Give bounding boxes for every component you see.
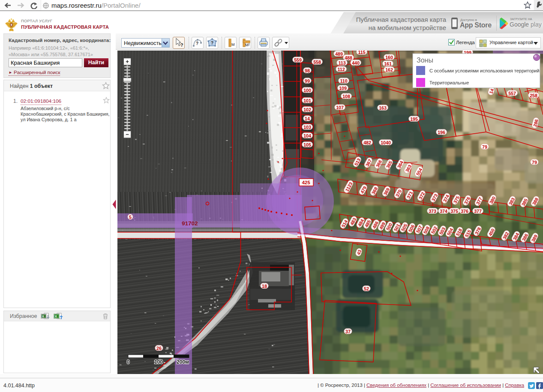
svg-text:376: 376 bbox=[461, 209, 468, 214]
svg-text:558: 558 bbox=[313, 60, 321, 65]
svg-text:196: 196 bbox=[438, 130, 445, 135]
svg-text:488: 488 bbox=[345, 55, 352, 60]
svg-text:Google play: Google play bbox=[510, 21, 542, 28]
svg-text:?: ? bbox=[196, 41, 198, 46]
svg-text:37: 37 bbox=[345, 329, 351, 334]
svg-text:557: 557 bbox=[508, 91, 516, 96]
svg-text:14: 14 bbox=[305, 116, 310, 121]
svg-text:102: 102 bbox=[303, 107, 311, 112]
svg-text:Территориальные: Территориальные bbox=[429, 80, 469, 85]
svg-text:161: 161 bbox=[384, 61, 392, 66]
svg-text:374: 374 bbox=[440, 209, 447, 214]
svg-text:489: 489 bbox=[335, 51, 343, 57]
svg-text:99: 99 bbox=[305, 78, 310, 84]
svg-text:482: 482 bbox=[363, 140, 371, 145]
svg-text:373: 373 bbox=[429, 209, 436, 214]
svg-text:98: 98 bbox=[305, 68, 310, 73]
svg-text:52: 52 bbox=[364, 286, 369, 291]
svg-text:440: 440 bbox=[352, 60, 360, 66]
svg-text:104: 104 bbox=[303, 133, 311, 138]
svg-text:559: 559 bbox=[294, 57, 302, 63]
svg-text:+: + bbox=[126, 58, 129, 65]
svg-text:110: 110 bbox=[340, 78, 347, 84]
svg-text:103: 103 bbox=[303, 125, 311, 130]
svg-text:App Store: App Store bbox=[460, 21, 492, 29]
svg-text:375: 375 bbox=[450, 209, 458, 214]
svg-text:107: 107 bbox=[336, 105, 344, 110]
svg-text:258: 258 bbox=[530, 93, 537, 98]
svg-text:163: 163 bbox=[379, 105, 387, 111]
svg-text:162: 162 bbox=[385, 67, 393, 72]
svg-text:M: M bbox=[231, 42, 235, 47]
svg-text:−: − bbox=[126, 131, 129, 138]
svg-text:100: 100 bbox=[303, 88, 311, 93]
svg-text:X: X bbox=[55, 315, 57, 318]
svg-text:?: ? bbox=[180, 42, 183, 48]
svg-text:377: 377 bbox=[474, 209, 482, 214]
svg-text:79: 79 bbox=[482, 144, 487, 150]
svg-text:18: 18 bbox=[262, 284, 267, 289]
svg-text:Зоны: Зоны bbox=[417, 57, 433, 64]
svg-text:100: 100 bbox=[154, 359, 163, 365]
svg-text:160: 160 bbox=[385, 55, 393, 60]
svg-text:С особыми условиями использова: С особыми условиями использования террит… bbox=[429, 68, 540, 73]
svg-text:?: ? bbox=[211, 41, 213, 45]
svg-text:M²: M² bbox=[245, 43, 250, 47]
svg-text:115: 115 bbox=[358, 51, 365, 55]
svg-text:0: 0 bbox=[127, 359, 130, 365]
svg-text:113: 113 bbox=[338, 60, 345, 66]
svg-text:X: X bbox=[42, 315, 44, 318]
svg-text:91702: 91702 bbox=[182, 220, 198, 227]
svg-text:108: 108 bbox=[342, 94, 350, 99]
svg-text:26: 26 bbox=[156, 346, 162, 351]
svg-text:101: 101 bbox=[303, 98, 311, 103]
svg-text:79: 79 bbox=[532, 160, 537, 165]
svg-text:1040: 1040 bbox=[381, 140, 391, 145]
svg-text:195: 195 bbox=[410, 117, 418, 122]
svg-text:105: 105 bbox=[303, 142, 311, 147]
svg-text:ЗАГРУЗИТЕ НА: ЗАГРУЗИТЕ НА bbox=[510, 18, 532, 21]
svg-text:425: 425 bbox=[302, 180, 310, 185]
svg-text:5: 5 bbox=[129, 215, 132, 220]
svg-text:112: 112 bbox=[337, 67, 345, 72]
svg-text:200м: 200м bbox=[177, 359, 189, 365]
svg-text:109: 109 bbox=[339, 86, 347, 91]
